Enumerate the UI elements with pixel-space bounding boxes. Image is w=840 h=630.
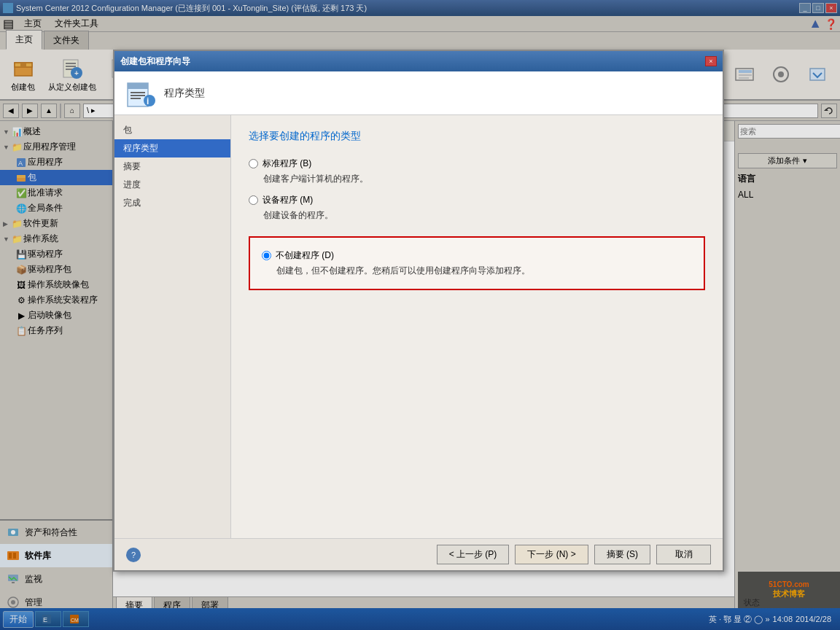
dialog-title-bar: 创建包和程序向导 ×	[114, 51, 723, 71]
back-btn[interactable]: < 上一步 (P)	[437, 545, 510, 564]
dialog-nav-complete[interactable]: 完成	[114, 194, 230, 212]
dialog-header-title: 程序类型	[164, 87, 205, 100]
dialog-footer: ? < 上一步 (P) 下一步 (N) > 摘要 (S) 取消	[114, 538, 723, 570]
radio-no-prog-label[interactable]: 不创建程序 (D)	[262, 249, 692, 262]
svg-rect-44	[128, 83, 148, 89]
svg-rect-45	[131, 92, 145, 93]
dialog-main: 选择要创建的程序的类型 标准程序 (B) 创建客户端计算机的程序。 设备程序 (…	[231, 115, 723, 538]
radio-item-no-program: 不创建程序 (D) 创建包，但不创建程序。您稍后可以使用创建程序向导添加程序。	[249, 236, 705, 290]
help-icon-btn[interactable]: ?	[126, 548, 141, 562]
dialog-nav-package[interactable]: 包	[114, 121, 230, 139]
wizard-dialog: 创建包和程序向导 × i 程序类型 包	[113, 50, 724, 572]
radio-item-device: 设备程序 (M) 创建设备的程序。	[249, 194, 705, 222]
dialog-nav-prog-type[interactable]: 程序类型	[114, 139, 230, 158]
dialog-header: i 程序类型	[114, 71, 723, 115]
radio-standard-label[interactable]: 标准程序 (B)	[249, 158, 705, 170]
radio-device[interactable]	[249, 195, 258, 205]
svg-text:i: i	[147, 96, 149, 106]
radio-item-standard: 标准程序 (B) 创建客户端计算机的程序。	[249, 158, 705, 185]
summary-btn[interactable]: 摘要 (S)	[594, 545, 650, 564]
svg-rect-46	[131, 95, 145, 96]
footer-left: ?	[126, 548, 431, 562]
radio-device-label[interactable]: 设备程序 (M)	[249, 194, 705, 206]
radio-device-desc: 创建设备的程序。	[263, 209, 705, 222]
next-btn[interactable]: 下一步 (N) >	[515, 545, 588, 564]
svg-rect-47	[131, 98, 141, 99]
dialog-nav-summary[interactable]: 摘要	[114, 158, 230, 176]
dialog-close-btn[interactable]: ×	[705, 56, 717, 66]
radio-no-prog-desc: 创建包，但不创建程序。您稍后可以使用创建程序向导添加程序。	[276, 265, 692, 277]
dialog-section-title: 选择要创建的程序的类型	[249, 130, 705, 143]
dialog-overlay: 创建包和程序向导 × i 程序类型 包	[0, 0, 840, 630]
dialog-nav-progress[interactable]: 进度	[114, 176, 230, 194]
radio-standard[interactable]	[249, 159, 258, 168]
dialog-header-icon: i	[126, 79, 155, 108]
cancel-btn[interactable]: 取消	[656, 545, 711, 564]
dialog-title: 创建包和程序向导	[120, 55, 190, 68]
svg-point-48	[144, 95, 155, 106]
dialog-nav: 包 程序类型 摘要 进度 完成	[114, 115, 231, 538]
radio-no-program[interactable]	[262, 251, 271, 260]
dialog-body: 包 程序类型 摘要 进度 完成 选择要创建的程序的类型 标准程序 (B) 创建客…	[114, 115, 723, 538]
radio-no-prog-inner: 不创建程序 (D) 创建包，但不创建程序。您稍后可以使用创建程序向导添加程序。	[262, 249, 692, 277]
radio-standard-desc: 创建客户端计算机的程序。	[263, 173, 705, 185]
